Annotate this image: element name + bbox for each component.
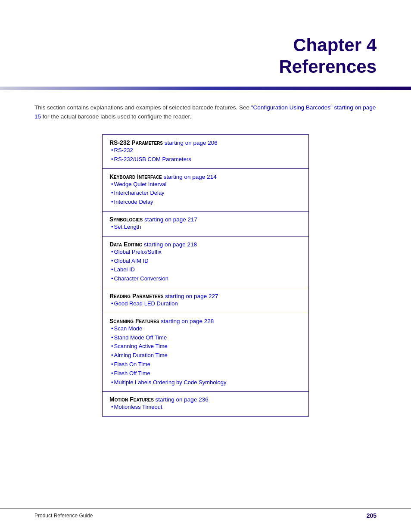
toc-sub-data-editing-3[interactable]: Label ID: [111, 265, 302, 274]
toc-container: RS-232 Parameters starting on page 206 R…: [102, 134, 309, 417]
toc-sub-symbologies-1[interactable]: Set Length: [111, 223, 302, 232]
toc-row-rs232: RS-232 Parameters starting on page 206 R…: [103, 135, 308, 169]
footer-page-number: 205: [367, 512, 377, 519]
toc-heading-reading-params: Reading Parameters starting on page 227: [109, 292, 302, 299]
toc-sub-scanning-3[interactable]: Scanning Active Time: [111, 342, 302, 351]
chapter-title: Chapter 4 References: [34, 34, 377, 78]
toc-sub-keyboard-3[interactable]: Intercode Delay: [111, 198, 302, 207]
toc-row-keyboard: Keyboard Interface starting on page 214 …: [103, 169, 308, 212]
toc-row-motion-features: Motion Features starting on page 236 Mot…: [103, 392, 308, 416]
page-footer: Product Reference Guide 205: [0, 508, 411, 519]
toc-sub-rs232-2[interactable]: RS-232/USB COM Parameters: [111, 155, 302, 164]
toc-heading-scanning-features: Scanning Features starting on page 228: [109, 317, 302, 324]
toc-sub-data-editing-2[interactable]: Global AIM ID: [111, 257, 302, 266]
toc-heading-data-editing: Data Editing starting on page 218: [109, 241, 302, 248]
toc-sub-scanning-5[interactable]: Flash On Time: [111, 360, 302, 369]
intro-text-part1: This section contains explanations and e…: [34, 104, 249, 111]
intro-section: This section contains explanations and e…: [0, 103, 411, 134]
toc-heading-motion-features: Motion Features starting on page 236: [109, 396, 302, 403]
toc-heading-keyboard: Keyboard Interface starting on page 214: [109, 173, 302, 180]
toc-sub-data-editing-1[interactable]: Global Prefix/Suffix: [111, 248, 302, 257]
chapter-header: Chapter 4 References: [0, 0, 411, 87]
toc-sub-rs232-1[interactable]: RS-232: [111, 146, 302, 155]
toc-sub-motion-1[interactable]: Motionless Timeout: [111, 403, 302, 412]
toc-row-reading-params: Reading Parameters starting on page 227 …: [103, 288, 308, 313]
toc-sub-reading-1[interactable]: Good Read LED Duration: [111, 299, 302, 308]
toc-row-symbologies: Symbologies starting on page 217 Set Len…: [103, 212, 308, 236]
toc-heading-rs232: RS-232 Parameters starting on page 206: [109, 139, 302, 146]
toc-heading-symbologies: Symbologies starting on page 217: [109, 216, 302, 223]
toc-sub-keyboard-2[interactable]: Intercharacter Delay: [111, 189, 302, 198]
page-container: Chapter 4 References This section contai…: [0, 0, 411, 532]
toc-sub-scanning-1[interactable]: Scan Mode: [111, 324, 302, 333]
chapter-line1: Chapter 4: [34, 34, 377, 56]
intro-text: This section contains explanations and e…: [34, 103, 377, 121]
toc-sub-scanning-6[interactable]: Flash Off Time: [111, 369, 302, 378]
header-bar: [0, 87, 411, 90]
toc-sub-data-editing-4[interactable]: Character Conversion: [111, 274, 302, 283]
footer-left-text: Product Reference Guide: [34, 513, 93, 519]
intro-text-part2: for the actual barcode labels used to co…: [43, 113, 191, 120]
toc-sub-scanning-4[interactable]: Aiming Duration Time: [111, 351, 302, 360]
toc-row-data-editing: Data Editing starting on page 218 Global…: [103, 236, 308, 288]
toc-row-scanning-features: Scanning Features starting on page 228 S…: [103, 313, 308, 392]
chapter-line2: References: [34, 56, 377, 78]
toc-sub-keyboard-1[interactable]: Wedge Quiet Interval: [111, 180, 302, 189]
toc-sub-scanning-2[interactable]: Stand Mode Off Time: [111, 333, 302, 342]
toc-sub-scanning-7[interactable]: Multiple Labels Ordering by Code Symbolo…: [111, 378, 302, 387]
